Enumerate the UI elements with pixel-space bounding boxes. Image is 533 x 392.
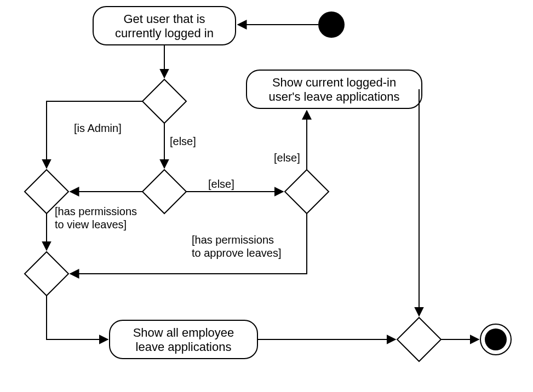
svg-marker-1 [142, 170, 186, 214]
guard-else-3: [else] [274, 152, 300, 164]
decision-d4 [285, 170, 329, 214]
svg-marker-3 [285, 170, 329, 214]
decision-d2 [142, 170, 186, 214]
svg-marker-4 [25, 252, 68, 296]
guard-is-admin: [is Admin] [74, 122, 122, 134]
guard-else-1: [else] [170, 135, 196, 147]
edge-d1-to-d3 [47, 101, 142, 168]
guard-has-approve-line2: to approve leaves] [192, 247, 281, 259]
final-node [480, 324, 511, 355]
svg-marker-5 [397, 318, 441, 361]
merge-m2 [397, 318, 441, 361]
svg-point-7 [485, 328, 507, 350]
guard-has-view-line2: to view leaves] [55, 218, 127, 230]
action-show-own-line1: Show current logged-in [272, 76, 396, 89]
action-show-own-line2: user's leave applications [268, 90, 399, 103]
merge-m1 [25, 252, 68, 296]
guard-has-approve-line1: [has permissions [192, 234, 274, 246]
guard-else-2: [else] [208, 178, 234, 190]
guard-has-view-line1: [has permissions [55, 205, 137, 217]
decision-d1 [142, 79, 186, 123]
action-show-all-line2: leave applications [136, 340, 232, 354]
action-get-user-line2: currently logged in [115, 26, 214, 40]
activity-diagram: Get user that is currently logged in [is… [0, 0, 533, 392]
action-get-user-line1: Get user that is [123, 12, 205, 26]
action-show-all-line1: Show all employee [133, 326, 234, 339]
svg-marker-0 [142, 79, 186, 123]
edge-m1-to-action3 [47, 296, 108, 339]
initial-node [318, 11, 345, 38]
